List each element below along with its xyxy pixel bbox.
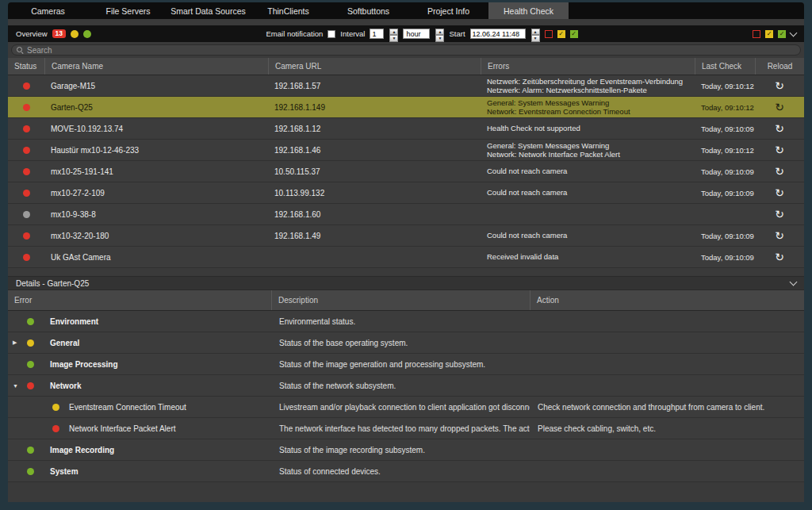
detail-row-environment[interactable]: Environment Environmental status. — [8, 311, 804, 332]
tab-softbuttons[interactable]: Softbuttons — [328, 2, 408, 19]
table-row-mx10-27-2-109[interactable]: mx10-27-2-109 10.113.99.132 Could not re… — [8, 182, 804, 204]
error-line: General: System Messages Warning — [487, 141, 609, 151]
interval-unit-select[interactable]: hour — [403, 29, 430, 39]
column-header-errors[interactable]: Errors — [481, 58, 695, 75]
column-header-status[interactable]: Status — [8, 58, 44, 75]
status-dot — [27, 318, 34, 325]
interval-stepper[interactable]: ▲▼ — [389, 29, 398, 40]
stepper-down-icon[interactable]: ▼ — [389, 35, 398, 42]
camera-name: mx10-32-20-180 — [44, 225, 268, 246]
reload-cell: ↻ — [755, 161, 804, 182]
detail-row-system[interactable]: System Status of connected devices. — [8, 461, 804, 482]
expander-expanded-icon[interactable] — [13, 383, 27, 389]
column-header-description[interactable]: Description — [271, 290, 530, 310]
status-dot — [23, 82, 30, 90]
table-row-mx10-9-38-8[interactable]: mx10-9-38-8 192.168.1.60 ↻ — [8, 204, 804, 225]
description: Livestream and/or playback connection to… — [271, 397, 530, 417]
table-row-move[interactable]: MOVE-10.192.13.74 192.168.1.12 Health Ch… — [8, 118, 804, 140]
reload-icon[interactable]: ↻ — [775, 102, 784, 113]
chevron-down-icon[interactable] — [790, 278, 798, 286]
reload-icon[interactable]: ↻ — [775, 230, 784, 241]
detail-row-packet-alert[interactable]: Network Interface Packet Alert The netwo… — [8, 418, 804, 439]
reload-icon[interactable]: ↻ — [775, 209, 784, 220]
expander-collapsed-icon[interactable] — [13, 339, 27, 346]
stepper-up-icon[interactable]: ▲ — [389, 29, 398, 36]
column-header-camera-name[interactable]: Camera Name — [44, 58, 268, 75]
table-row-uk-gast-camera[interactable]: Uk GAst Camera Received invalid data Tod… — [8, 247, 804, 268]
tab-label: Project Info — [427, 6, 469, 16]
error-name: System — [50, 467, 79, 476]
detail-row-general[interactable]: General Status of the base operating sys… — [8, 332, 804, 354]
reload-icon[interactable]: ↻ — [775, 251, 784, 263]
tab-project-info[interactable]: Project Info — [408, 2, 488, 19]
stepper-down-icon[interactable]: ▼ — [435, 35, 444, 42]
reload-icon[interactable]: ↻ — [775, 166, 784, 177]
tab-smart-data-sources[interactable]: Smart Data Sources — [168, 2, 248, 19]
start-datetime-input[interactable] — [470, 29, 526, 39]
camera-name: MOVE-10.192.13.74 — [44, 118, 268, 139]
table-row-haustuer[interactable]: Haustür mx10-12-46-233 192.168.1.46 Gene… — [8, 140, 804, 161]
detail-row-network[interactable]: Network Status of the network subsystem. — [8, 375, 804, 397]
status-dot — [27, 468, 34, 475]
reload-cell: ↻ — [755, 140, 804, 160]
camera-url: 10.113.99.132 — [268, 182, 481, 203]
detail-row-image-processing[interactable]: Image Processing Status of the image gen… — [8, 354, 804, 375]
status-cell — [8, 97, 44, 117]
start-stepper[interactable]: ▲▼ — [531, 29, 540, 40]
table-row-mx10-25-191-141[interactable]: mx10-25-191-141 10.50.115.37 Could not r… — [8, 161, 804, 182]
table-row-mx10-32-20-180[interactable]: mx10-32-20-180 192.168.1.49 Could not re… — [8, 225, 804, 247]
reload-icon[interactable]: ↻ — [775, 123, 784, 134]
column-header-camera-url[interactable]: Camera URL — [268, 58, 481, 75]
column-header-last-check[interactable]: Last Check — [695, 58, 755, 75]
details-section-header[interactable]: Details - Garten-Q25 — [8, 276, 804, 290]
reload-icon[interactable]: ↻ — [775, 144, 784, 155]
error-cell: Network Interface Packet Alert — [8, 418, 271, 439]
camera-table-header: Status Camera Name Camera URL Errors Las… — [8, 58, 804, 75]
error-name: Environment — [50, 317, 98, 326]
stepper-up-icon[interactable]: ▲ — [531, 29, 540, 36]
status-dot — [23, 232, 30, 240]
table-row-garten-q25[interactable]: Garten-Q25 192.168.1.149 General: System… — [8, 97, 804, 118]
table-row-garage-m15[interactable]: Garage-M15 192.168.1.57 Netzwerk: Zeitüb… — [8, 75, 804, 97]
interval-unit-stepper[interactable]: ▲▼ — [435, 29, 444, 40]
camera-url — [268, 247, 481, 267]
tab-health-check[interactable]: Health Check — [488, 2, 569, 19]
status-cell — [8, 161, 44, 182]
reload-cell: ↻ — [755, 247, 804, 267]
reload-icon[interactable]: ↻ — [775, 187, 784, 198]
tab-label: File Servers — [105, 6, 150, 16]
column-header-action[interactable]: Action — [530, 290, 804, 310]
tab-thinclients[interactable]: ThinClients — [248, 2, 328, 19]
email-notification-checkbox[interactable] — [327, 30, 335, 38]
search-input[interactable]: Search — [11, 44, 801, 56]
view-filter-red-checkbox[interactable] — [753, 30, 760, 38]
errors-cell: Netzwerk: Zeitüberschreitung der Eventst… — [481, 75, 695, 96]
stepper-up-icon[interactable]: ▲ — [435, 29, 444, 36]
tab-file-servers[interactable]: File Servers — [88, 2, 168, 19]
detail-row-image-recording[interactable]: Image Recording Status of the image reco… — [8, 439, 804, 461]
description: Status of the image generation and proce… — [271, 354, 530, 374]
status-dot — [23, 254, 30, 261]
reload-icon[interactable]: ↻ — [775, 80, 784, 91]
details-table-header: Error Description Action — [8, 290, 804, 311]
errors-cell — [481, 204, 695, 224]
column-header-reload[interactable]: Reload — [755, 58, 804, 75]
status-dot — [23, 168, 30, 175]
green-count-badge — [83, 30, 91, 38]
status-cell — [8, 247, 44, 267]
view-filter-yellow-checkbox[interactable] — [765, 30, 773, 38]
tab-cameras[interactable]: Cameras — [8, 2, 88, 19]
yellow-count-badge — [71, 30, 79, 38]
description: Status of connected devices. — [271, 461, 530, 481]
stepper-down-icon[interactable]: ▼ — [531, 35, 540, 42]
description: The network interface has detected too m… — [271, 418, 530, 439]
chevron-down-icon[interactable] — [790, 29, 798, 36]
email-filter-red-checkbox[interactable] — [545, 30, 553, 38]
email-filter-yellow-checkbox[interactable] — [557, 30, 565, 38]
interval-input[interactable] — [370, 29, 384, 39]
column-header-error[interactable]: Error — [8, 290, 271, 310]
detail-row-eventstream-timeout[interactable]: Eventstream Connection Timeout Livestrea… — [8, 397, 804, 418]
email-filter-green-checkbox[interactable] — [570, 30, 578, 38]
status-dot — [27, 339, 34, 347]
view-filter-green-checkbox[interactable] — [778, 30, 786, 38]
